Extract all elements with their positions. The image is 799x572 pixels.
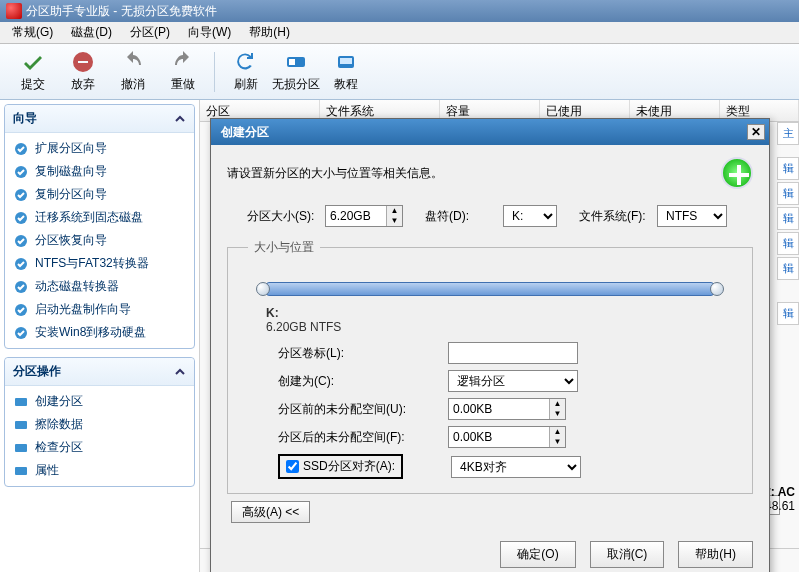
toolbar-resize[interactable]: 无损分区 [271,47,321,97]
wizard-icon [13,279,29,295]
svg-rect-13 [15,398,27,406]
volume-input[interactable] [448,342,578,364]
slider-drive-label: K: [266,306,279,320]
close-button[interactable]: ✕ [747,124,765,140]
ops-item-1[interactable]: 擦除数据 [7,413,192,436]
menu-partition[interactable]: 分区(P) [122,22,178,43]
ssd-align-select[interactable]: 4KB对齐 [451,456,581,478]
drive-select[interactable]: K: [503,205,557,227]
chevron-up-icon [174,113,186,125]
slider-handle-right[interactable] [710,282,724,296]
post-free-input[interactable] [449,427,549,447]
menu-general[interactable]: 常规(G) [4,22,61,43]
svg-rect-1 [289,59,295,65]
fs-select[interactable]: NTFS [657,205,727,227]
ops-item-3[interactable]: 属性 [7,459,192,482]
help-icon [334,50,358,74]
partial-cell: 辑 [777,302,799,325]
pre-free-spinbox[interactable]: ▲▼ [448,398,566,420]
menu-wizard[interactable]: 向导(W) [180,22,239,43]
toolbar-commit[interactable]: 提交 [8,47,58,97]
pre-free-label: 分区前的未分配空间(U): [278,401,448,418]
toolbar-refresh[interactable]: 刷新 [221,47,271,97]
wizard-icon [13,210,29,226]
wizard-item-7[interactable]: 启动光盘制作向导 [7,298,192,321]
toolbar-discard[interactable]: 放弃 [58,47,108,97]
redo-icon [171,50,195,74]
toolbar-tutorial[interactable]: 教程 [321,47,371,97]
ops-panel: 分区操作 创建分区擦除数据检查分区属性 [4,357,195,487]
chevron-up-icon [174,366,186,378]
size-position-fieldset: 大小与位置 K: 6.20GB NTFS 分区卷标(L): 创建为(C): 逻辑… [227,239,753,494]
spin-up[interactable]: ▲ [387,206,402,216]
create-as-label: 创建为(C): [278,373,448,390]
partition-slider[interactable] [256,274,724,302]
fs-label: 文件系统(F): [579,208,649,225]
wizard-item-8[interactable]: 安装Win8到移动硬盘 [7,321,192,344]
undo-icon [121,50,145,74]
svg-rect-14 [15,421,27,429]
toolbar: 提交 放弃 撤消 重做 刷新 无损分区 教程 [0,44,799,100]
pre-free-input[interactable] [449,399,549,419]
wizard-icon [13,325,29,341]
size-spinbox[interactable]: ▲▼ [325,205,403,227]
post-free-label: 分区后的未分配空间(F): [278,429,448,446]
wizard-item-1[interactable]: 复制磁盘向导 [7,160,192,183]
partial-cell: 辑 [777,182,799,205]
cancel-button[interactable]: 取消(C) [590,541,665,568]
wizard-icon [13,141,29,157]
add-partition-icon [721,157,753,189]
toolbar-undo[interactable]: 撤消 [108,47,158,97]
wizard-item-6[interactable]: 动态磁盘转换器 [7,275,192,298]
wizard-panel: 向导 扩展分区向导复制磁盘向导复制分区向导迁移系统到固态磁盘分区恢复向导NTFS… [4,104,195,349]
ops-icon [13,417,29,433]
wizard-item-5[interactable]: NTFS与FAT32转换器 [7,252,192,275]
ssd-align-checkbox[interactable] [286,460,299,473]
slider-size-label: 6.20GB NTFS [266,320,341,334]
partial-cell: 辑 [777,257,799,280]
ssd-align-checkbox-group[interactable]: SSD分区对齐(A): [278,454,403,479]
ops-icon [13,394,29,410]
commit-icon [21,50,45,74]
partial-cell: 辑 [777,207,799,230]
partial-cell: 主 [777,122,799,145]
dialog-titlebar[interactable]: 创建分区 ✕ [211,119,769,145]
spin-down[interactable]: ▼ [387,216,402,226]
partial-cell: 辑 [777,157,799,180]
size-label: 分区大小(S): [247,208,317,225]
create-partition-dialog: 创建分区 ✕ 请设置新分区的大小与位置等相关信息。 分区大小(S): ▲▼ 盘符… [210,118,770,572]
menu-disk[interactable]: 磁盘(D) [63,22,120,43]
wizard-icon [13,187,29,203]
menu-bar: 常规(G) 磁盘(D) 分区(P) 向导(W) 帮助(H) [0,22,799,44]
create-as-select[interactable]: 逻辑分区 [448,370,578,392]
wizard-item-3[interactable]: 迁移系统到固态磁盘 [7,206,192,229]
title-bar: 分区助手专业版 - 无损分区免费软件 [0,0,799,22]
help-button[interactable]: 帮助(H) [678,541,753,568]
partial-cell: 辑 [777,232,799,255]
menu-help[interactable]: 帮助(H) [241,22,298,43]
refresh-icon [234,50,258,74]
wizard-item-2[interactable]: 复制分区向导 [7,183,192,206]
ops-icon [13,440,29,456]
slider-handle-left[interactable] [256,282,270,296]
ops-item-2[interactable]: 检查分区 [7,436,192,459]
advanced-toggle-button[interactable]: 高级(A) << [231,501,310,523]
ok-button[interactable]: 确定(O) [500,541,575,568]
wizard-panel-header[interactable]: 向导 [5,105,194,133]
drive-label: 盘符(D): [425,208,495,225]
svg-rect-15 [15,444,27,452]
dialog-intro-text: 请设置新分区的大小与位置等相关信息。 [227,165,443,182]
toolbar-redo[interactable]: 重做 [158,47,208,97]
size-input[interactable] [326,206,386,226]
wizard-icon [13,256,29,272]
ops-panel-header[interactable]: 分区操作 [5,358,194,386]
wizard-item-4[interactable]: 分区恢复向导 [7,229,192,252]
slider-bar[interactable] [266,282,714,296]
ops-item-0[interactable]: 创建分区 [7,390,192,413]
wizard-icon [13,164,29,180]
ops-icon [13,463,29,479]
post-free-spinbox[interactable]: ▲▼ [448,426,566,448]
svg-rect-16 [15,467,27,475]
resize-icon [284,50,308,74]
wizard-item-0[interactable]: 扩展分区向导 [7,137,192,160]
